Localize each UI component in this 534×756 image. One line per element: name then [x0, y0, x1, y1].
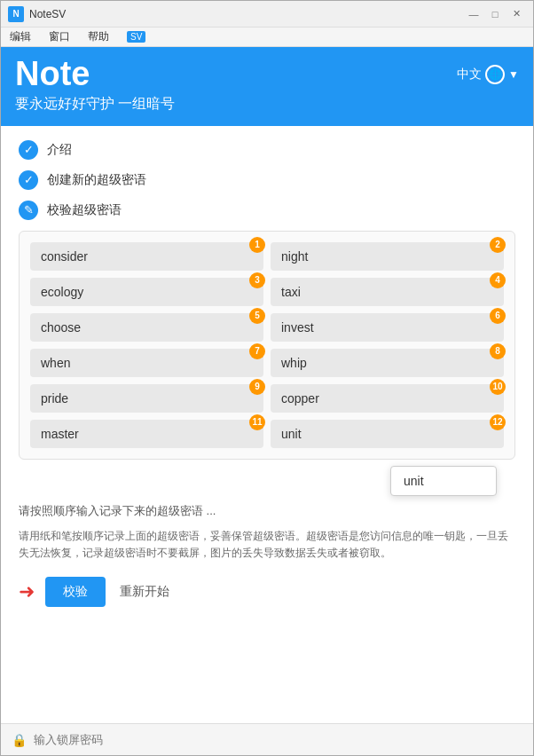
word-cell-consider[interactable]: consider1 [30, 242, 263, 271]
content-area: ✓ 介绍 ✓ 创建新的超级密语 ✎ 校验超级密语 consider1night2… [1, 126, 533, 723]
step-1-label: 介绍 [47, 142, 72, 158]
close-button[interactable]: ✕ [507, 5, 526, 23]
word-badge-4: 4 [490, 272, 506, 288]
word-badge-6: 6 [490, 308, 506, 324]
dropdown-item-unit[interactable]: unit [391, 467, 496, 495]
word-cell-whip[interactable]: whip8 [271, 349, 504, 377]
main-window: N NoteSV — □ ✕ 编辑 窗口 帮助 SV Note 中文 🌐 ▼ 要… [0, 0, 534, 756]
menu-window[interactable]: 窗口 [45, 28, 74, 46]
word-badge-9: 9 [249, 379, 265, 395]
check-icon-2: ✓ [24, 173, 34, 186]
lock-icon: 🔒 [12, 733, 27, 747]
word-cell-choose[interactable]: choose5 [30, 313, 263, 342]
maximize-button[interactable]: □ [485, 5, 505, 23]
step-3-check: ✎ [19, 201, 38, 220]
word-badge-3: 3 [249, 272, 265, 288]
word-badge-8: 8 [490, 343, 506, 359]
header: Note 中文 🌐 ▼ 要永远好好守护 一组暗号 [1, 47, 533, 126]
word-grid-container: consider1night2ecology3taxi4choose5inves… [19, 231, 515, 460]
window-controls: — □ ✕ [464, 5, 526, 23]
step-1-check: ✓ [19, 140, 38, 160]
step-2: ✓ 创建新的超级密语 [19, 170, 515, 190]
lock-screen-input[interactable] [34, 733, 522, 746]
word-badge-10: 10 [490, 379, 506, 395]
word-cell-taxi[interactable]: taxi4 [271, 278, 504, 306]
word-badge-5: 5 [249, 308, 265, 324]
word-badge-2: 2 [490, 237, 506, 253]
reset-button[interactable]: 重新开始 [120, 584, 169, 600]
word-badge-1: 1 [249, 237, 265, 253]
word-grid: consider1night2ecology3taxi4choose5inves… [30, 242, 504, 448]
word-badge-12: 12 [490, 414, 506, 430]
word-badge-11: 11 [249, 414, 265, 430]
check-icon-1: ✓ [24, 143, 34, 156]
step-3: ✎ 校验超级密语 [19, 201, 515, 220]
sv-badge: SV [127, 31, 145, 43]
word-cell-invest[interactable]: invest6 [271, 313, 504, 342]
lang-label: 中文 [457, 67, 482, 83]
window-title: NoteSV [29, 8, 464, 20]
menu-help[interactable]: 帮助 [84, 28, 113, 46]
info-secondary: 请用纸和笔按顺序记录上面的超级密语，妥善保管超级密语。超级密语是您访问信息的唯一… [19, 528, 515, 562]
titlebar: N NoteSV — □ ✕ [1, 1, 533, 28]
word-cell-master[interactable]: master11 [30, 420, 263, 448]
header-subtitle: 要永远好好守护 一组暗号 [15, 95, 519, 114]
step-2-label: 创建新的超级密语 [47, 172, 146, 188]
menu-edit[interactable]: 编辑 [6, 28, 35, 46]
edit-icon-3: ✎ [24, 203, 34, 217]
minimize-button[interactable]: — [464, 5, 483, 23]
bottom-bar: 🔒 [1, 723, 533, 755]
menubar: 编辑 窗口 帮助 SV [1, 28, 533, 47]
verify-button[interactable]: 校验 [45, 577, 106, 607]
word-cell-unit[interactable]: unit12 [271, 420, 504, 448]
step-2-check: ✓ [19, 170, 38, 190]
arrow-indicator: ➜ [19, 580, 31, 603]
word-cell-pride[interactable]: pride9 [30, 384, 263, 413]
arrow-icon: ➜ [19, 580, 35, 603]
chevron-down-icon: ▼ [508, 68, 519, 81]
word-cell-when[interactable]: when7 [30, 349, 263, 377]
info-primary: 请按照顺序输入记录下来的超级密语 ... [19, 502, 515, 520]
word-cell-ecology[interactable]: ecology3 [30, 278, 263, 306]
word-dropdown[interactable]: unit [390, 466, 497, 496]
language-selector[interactable]: 中文 🌐 ▼ [457, 65, 519, 84]
app-title: Note [15, 56, 90, 93]
word-cell-night[interactable]: night2 [271, 242, 504, 271]
step-1: ✓ 介绍 [19, 140, 515, 160]
app-logo: N [8, 6, 24, 22]
step-3-label: 校验超级密语 [47, 202, 122, 218]
action-row: ➜ 校验 重新开始 [19, 577, 515, 607]
globe-icon: 🌐 [485, 65, 505, 84]
word-cell-copper[interactable]: copper10 [271, 384, 504, 413]
word-badge-7: 7 [249, 343, 265, 359]
